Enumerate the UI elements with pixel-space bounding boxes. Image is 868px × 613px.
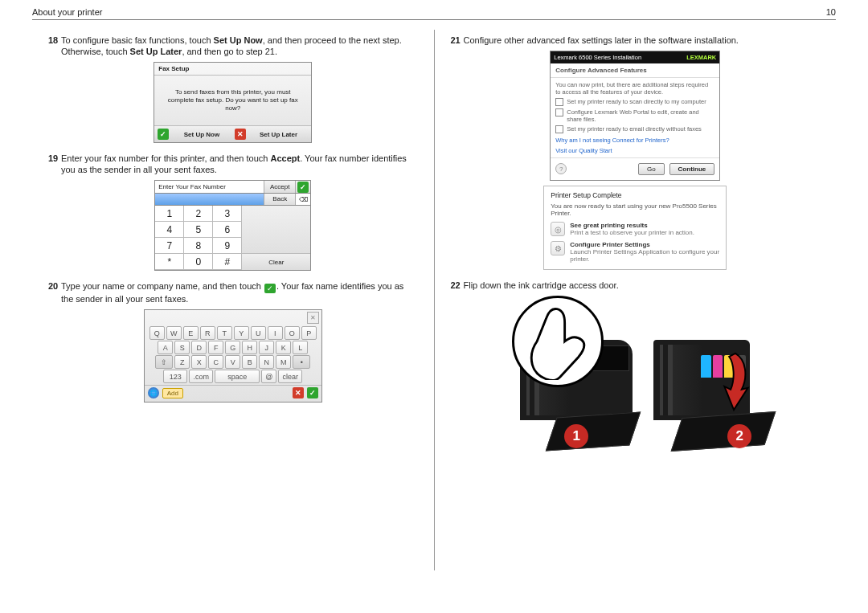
software-help-link-2[interactable]: Visit our Quality Start	[555, 147, 714, 154]
key-dotcom[interactable]: .com	[189, 370, 213, 383]
key-b[interactable]: B	[242, 355, 257, 369]
setup-now-button[interactable]: Set Up Now	[172, 131, 231, 138]
key-v[interactable]: V	[225, 355, 240, 369]
key-a[interactable]: A	[158, 341, 173, 354]
clear-button[interactable]: Clear	[242, 254, 310, 270]
keypad-panel: Enter Your Fax Number Accept ✓ Back ⌫ 1 …	[154, 180, 311, 271]
keypad-blank-area	[242, 206, 310, 254]
software-titlebar: Lexmark 6500 Series Installation LEXMARK	[551, 51, 719, 63]
step-number: 18	[48, 35, 61, 57]
fax-number-field[interactable]	[155, 194, 264, 205]
cancel-icon[interactable]: ✕	[293, 387, 304, 398]
software-option-2[interactable]: Configure Lexmark Web Portal to edit, cr…	[555, 108, 714, 123]
backspace-icon[interactable]: ⌫	[296, 194, 310, 205]
key-s[interactable]: S	[174, 341, 190, 354]
key-m[interactable]: M	[276, 355, 291, 369]
psc-row-1[interactable]: ◎ See great printing resultsPrint a test…	[551, 222, 719, 236]
key-w[interactable]: W	[166, 326, 182, 340]
key-9[interactable]: 9	[213, 238, 242, 254]
check-icon: ✓	[264, 284, 276, 293]
key-c[interactable]: C	[208, 355, 223, 369]
back-button[interactable]: Back	[264, 194, 296, 205]
configure-icon: ⚙	[551, 241, 565, 255]
key-q[interactable]: Q	[149, 326, 165, 340]
page-number: 10	[826, 7, 836, 17]
printer-illustration: 1 2	[512, 296, 758, 448]
psc-lead: You are now ready to start using your ne…	[551, 202, 719, 217]
psc-row-2[interactable]: ⚙ Configure Printer SettingsLaunch Print…	[551, 241, 719, 263]
key-h[interactable]: H	[242, 341, 257, 354]
close-icon[interactable]: ✕	[307, 312, 319, 324]
step-text: Flip down the ink cartridge access door.	[464, 280, 821, 291]
help-icon[interactable]: ?	[555, 163, 567, 174]
left-column: 18 To configure basic fax functions, tou…	[32, 20, 434, 570]
keyboard-panel: ✕ Q W E R T Y U I O P A	[144, 309, 322, 403]
add-button[interactable]: Add	[162, 388, 183, 398]
key-bullet[interactable]: •	[293, 355, 310, 369]
key-shift[interactable]: ⇧	[155, 355, 173, 369]
setup-later-button[interactable]: Set Up Later	[249, 131, 309, 138]
key-8[interactable]: 8	[184, 238, 213, 254]
psc-title: Printer Setup Complete	[551, 191, 719, 199]
key-clear[interactable]: clear	[278, 370, 302, 383]
key-hash[interactable]: #	[213, 254, 242, 270]
step-text: Type your name or company name, and then…	[61, 280, 418, 304]
page: About your printer 10 18 To configure ba…	[0, 0, 868, 613]
key-2[interactable]: 2	[184, 206, 213, 222]
key-123[interactable]: 123	[163, 370, 187, 383]
step-number: 19	[48, 153, 61, 175]
key-z[interactable]: Z	[174, 355, 190, 369]
key-l[interactable]: L	[293, 341, 308, 354]
step-number: 22	[451, 280, 464, 291]
key-g[interactable]: G	[225, 341, 240, 354]
key-1[interactable]: 1	[155, 206, 184, 222]
checkbox-icon[interactable]	[555, 125, 563, 133]
key-y[interactable]: Y	[234, 326, 249, 340]
close-icon[interactable]: ✕	[235, 129, 246, 140]
fax-number-input-label[interactable]: Enter Your Fax Number	[155, 181, 264, 193]
key-j[interactable]: J	[259, 341, 274, 354]
key-space[interactable]: space	[215, 370, 260, 383]
key-x[interactable]: X	[191, 355, 207, 369]
key-d[interactable]: D	[191, 341, 207, 354]
checkbox-icon[interactable]	[555, 98, 563, 106]
key-at[interactable]: @	[261, 370, 276, 383]
key-o[interactable]: O	[285, 326, 300, 340]
go-button[interactable]: Go	[638, 163, 665, 175]
software-option-1[interactable]: Set my printer ready to scan directly to…	[555, 98, 714, 106]
key-3[interactable]: 3	[213, 206, 242, 222]
key-f[interactable]: F	[208, 341, 223, 354]
key-k[interactable]: K	[276, 341, 291, 354]
key-u[interactable]: U	[251, 326, 266, 340]
key-r[interactable]: R	[200, 326, 215, 340]
key-p[interactable]: P	[301, 326, 317, 340]
key-n[interactable]: N	[259, 355, 274, 369]
step-18: 18 To configure basic fax functions, tou…	[48, 35, 418, 57]
continue-button[interactable]: Continue	[669, 163, 715, 175]
fax-button-bar: ✓ Set Up Now ✕ Set Up Later	[154, 125, 311, 142]
key-0[interactable]: 0	[184, 254, 213, 270]
software-option-3[interactable]: Set my printer ready to email directly w…	[555, 125, 714, 133]
checkbox-icon[interactable]	[555, 108, 563, 116]
numeric-keypad: 1 2 3 4 5 6 7 8 9 * 0 #	[155, 206, 242, 270]
confirm-icon[interactable]: ✓	[307, 387, 318, 398]
key-5[interactable]: 5	[184, 222, 213, 238]
key-i[interactable]: I	[268, 326, 283, 340]
key-6[interactable]: 6	[213, 222, 242, 238]
key-e[interactable]: E	[183, 326, 199, 340]
fax-panel-body: To send faxes from this printer, you mus…	[154, 76, 311, 125]
right-column: 21 Configure other advanced fax settings…	[435, 20, 837, 570]
globe-icon[interactable]: 🌐	[148, 387, 159, 398]
key-4[interactable]: 4	[155, 222, 184, 238]
key-t[interactable]: T	[217, 326, 232, 340]
key-star[interactable]: *	[155, 254, 184, 270]
key-7[interactable]: 7	[155, 238, 184, 254]
accept-button[interactable]: Accept	[264, 181, 296, 193]
page-header: About your printer 10	[32, 0, 836, 20]
step-text: Enter your fax number for this printer, …	[61, 153, 418, 175]
check-icon[interactable]: ✓	[158, 129, 169, 140]
step-22: 22 Flip down the ink cartridge access do…	[451, 280, 821, 291]
software-help-link-1[interactable]: Why am I not seeing Connect for Printers…	[555, 137, 714, 144]
software-window-title: Lexmark 6500 Series Installation	[554, 54, 641, 61]
accept-check-icon[interactable]: ✓	[296, 181, 310, 193]
